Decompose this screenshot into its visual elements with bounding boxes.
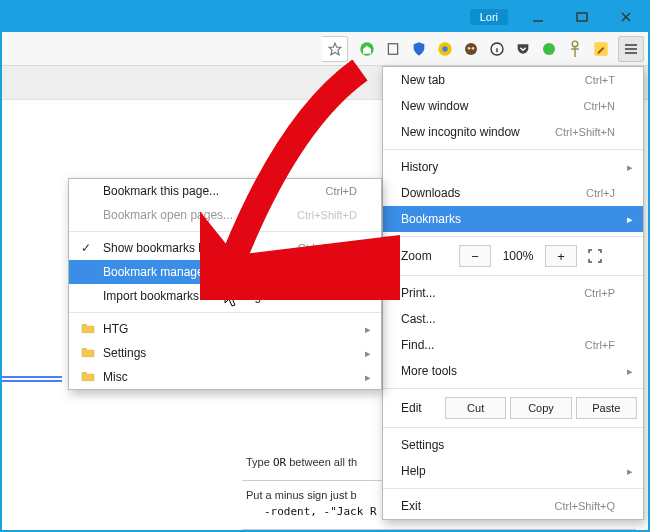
folder-icon bbox=[81, 346, 95, 361]
profile-chip[interactable]: Lori bbox=[470, 9, 508, 25]
submenu-bookmark-page[interactable]: Bookmark this page...Ctrl+D bbox=[69, 179, 381, 203]
window-titlebar: Lori bbox=[2, 2, 648, 32]
folder-icon bbox=[81, 322, 95, 337]
menu-history[interactable]: History bbox=[383, 154, 643, 180]
edit-cut-button[interactable]: Cut bbox=[445, 397, 506, 419]
chrome-ext-icon[interactable] bbox=[434, 38, 456, 60]
content-divider bbox=[2, 376, 62, 382]
submenu-show-bookmarks-bar[interactable]: ✓Show bookmarks barCtrl+Shift+B bbox=[69, 236, 381, 260]
browser-toolbar bbox=[2, 32, 648, 66]
folder-icon bbox=[81, 370, 95, 385]
svg-point-8 bbox=[442, 46, 447, 51]
svg-marker-4 bbox=[329, 43, 341, 55]
svg-point-10 bbox=[468, 47, 471, 50]
edit-paste-button[interactable]: Paste bbox=[576, 397, 637, 419]
menu-downloads[interactable]: DownloadsCtrl+J bbox=[383, 180, 643, 206]
zoom-in-button[interactable]: + bbox=[545, 245, 577, 267]
svg-rect-6 bbox=[388, 43, 397, 54]
bookmark-folder-settings[interactable]: Settings bbox=[69, 341, 381, 365]
chrome-menu-button[interactable] bbox=[618, 36, 644, 62]
zoom-percent: 100% bbox=[495, 249, 541, 263]
shield-ext-icon[interactable] bbox=[408, 38, 430, 60]
window-close-button[interactable] bbox=[604, 5, 648, 29]
menu-bookmarks[interactable]: Bookmarks bbox=[383, 206, 643, 232]
window-minimize-button[interactable] bbox=[516, 5, 560, 29]
menu-help[interactable]: Help bbox=[383, 458, 643, 484]
home-ext-icon[interactable] bbox=[356, 38, 378, 60]
svg-point-11 bbox=[472, 47, 475, 50]
menu-incognito[interactable]: New incognito windowCtrl+Shift+N bbox=[383, 119, 643, 145]
menu-more-tools[interactable]: More tools bbox=[383, 358, 643, 384]
menu-zoom-row: Zoom − 100% + bbox=[383, 241, 643, 271]
green-dot-ext-icon[interactable] bbox=[538, 38, 560, 60]
pocket-ext-icon[interactable] bbox=[512, 38, 534, 60]
bookmarks-submenu: Bookmark this page...Ctrl+D Bookmark ope… bbox=[68, 178, 382, 390]
svg-point-9 bbox=[465, 43, 477, 55]
menu-print[interactable]: Print...Ctrl+P bbox=[383, 280, 643, 306]
ankh-ext-icon[interactable] bbox=[564, 38, 586, 60]
submenu-bookmark-manager[interactable]: Bookmark managerCtrl+Shift+O bbox=[69, 260, 381, 284]
bookmark-folder-misc[interactable]: Misc bbox=[69, 365, 381, 389]
svg-rect-1 bbox=[577, 13, 587, 21]
info-ext-icon[interactable] bbox=[486, 38, 508, 60]
menu-exit[interactable]: ExitCtrl+Shift+Q bbox=[383, 493, 643, 519]
pencil-ext-icon[interactable] bbox=[590, 38, 612, 60]
window-maximize-button[interactable] bbox=[560, 5, 604, 29]
menu-new-window[interactable]: New windowCtrl+N bbox=[383, 93, 643, 119]
chrome-main-menu: New tabCtrl+T New windowCtrl+N New incog… bbox=[382, 66, 644, 520]
edit-copy-button[interactable]: Copy bbox=[510, 397, 571, 419]
menu-edit-row: Edit Cut Copy Paste bbox=[383, 393, 643, 423]
menu-cast[interactable]: Cast... bbox=[383, 306, 643, 332]
submenu-import-bookmarks[interactable]: Import bookmarks and settings... bbox=[69, 284, 381, 308]
bookmark-star-icon[interactable] bbox=[322, 36, 348, 62]
submenu-bookmark-open-pages: Bookmark open pages...Ctrl+Shift+D bbox=[69, 203, 381, 227]
svg-point-15 bbox=[543, 43, 555, 55]
page-ext-icon[interactable] bbox=[382, 38, 404, 60]
fullscreen-icon[interactable] bbox=[581, 245, 609, 267]
monkey-ext-icon[interactable] bbox=[460, 38, 482, 60]
zoom-out-button[interactable]: − bbox=[459, 245, 491, 267]
menu-new-tab[interactable]: New tabCtrl+T bbox=[383, 67, 643, 93]
menu-settings[interactable]: Settings bbox=[383, 432, 643, 458]
svg-point-16 bbox=[572, 41, 578, 47]
menu-find[interactable]: Find...Ctrl+F bbox=[383, 332, 643, 358]
bookmark-folder-htg[interactable]: HTG bbox=[69, 317, 381, 341]
